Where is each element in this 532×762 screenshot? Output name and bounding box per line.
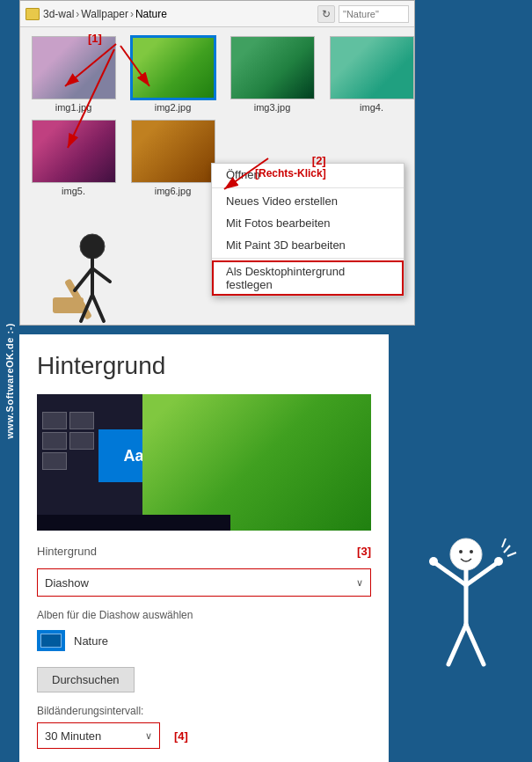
file-item-img4[interactable]: img4. <box>325 36 418 113</box>
settings-preview: Aa <box>37 394 371 531</box>
preview-desktop-icons <box>42 412 94 470</box>
file-label-img1: img1.jpg <box>55 102 92 113</box>
svg-line-23 <box>448 625 466 664</box>
annotation-4: [4] <box>174 729 188 743</box>
album-icon-inner <box>40 634 62 648</box>
file-item-img3[interactable]: img3.jpg <box>226 36 318 113</box>
bg-dropdown-label: Hintergrund <box>37 545 97 558</box>
file-thumbnail-img3 <box>230 36 315 99</box>
file-label-img5: img5. <box>62 186 85 196</box>
background-dropdown-value: Diashow <box>45 576 356 590</box>
file-label-img6: img6.jpg <box>155 186 192 196</box>
background-dropdown[interactable]: Diashow ∨ <box>37 568 371 597</box>
album-section-label: Alben für die Diashow auswählen <box>37 609 371 621</box>
svg-point-22 <box>494 557 503 566</box>
file-thumbnail-img4 <box>330 36 414 99</box>
ctx-set-wallpaper[interactable]: Als Desktophintergrund festlegen <box>212 260 404 296</box>
svg-line-25 <box>504 546 510 553</box>
browse-button[interactable]: Durchsuchen <box>37 667 135 692</box>
svg-point-17 <box>470 550 473 553</box>
breadcrumb-part1[interactable]: 3d-wal <box>43 8 74 20</box>
file-thumbnail-img1 <box>32 36 116 99</box>
dropdown-arrow-icon: ∨ <box>356 577 363 589</box>
ctx-open[interactable]: Öffnen <box>212 164 404 186</box>
breadcrumb-sep1: › <box>76 8 79 20</box>
svg-line-19 <box>435 563 466 585</box>
folder-icon <box>26 8 40 20</box>
preview-wallpaper <box>142 394 371 531</box>
address-bar: 3d-wal › Wallpaper › Nature ↻ <box>20 1 414 27</box>
interval-value: 30 Minuten <box>45 729 145 743</box>
album-section: Alben für die Diashow auswählen Nature <box>37 609 371 655</box>
file-label-img4: img4. <box>360 102 383 113</box>
svg-point-15 <box>452 540 480 568</box>
album-item[interactable]: Nature <box>37 626 371 655</box>
file-label-img2: img2.jpg <box>155 102 192 113</box>
file-item-img6[interactable]: img6.jpg <box>127 120 219 196</box>
search-input[interactable] <box>339 5 409 23</box>
preview-icon-2 <box>69 412 94 429</box>
file-item-img1[interactable]: img1.jpg <box>27 36 120 113</box>
file-thumbnail-img2 <box>131 36 215 99</box>
ctx-separator-1 <box>212 187 404 188</box>
svg-line-27 <box>502 539 506 547</box>
refresh-button[interactable]: ↻ <box>317 5 335 23</box>
breadcrumb: 3d-wal › Wallpaper › Nature <box>43 8 167 20</box>
svg-line-20 <box>466 563 497 585</box>
interval-dropdown-arrow: ∨ <box>145 730 152 742</box>
svg-line-24 <box>466 625 484 664</box>
breadcrumb-sep2: › <box>130 8 134 20</box>
address-bar-right: ↻ <box>317 5 409 23</box>
file-label-img3: img3.jpg <box>254 102 291 113</box>
context-menu: Öffnen Neues Video erstellen Mit Fotos b… <box>211 163 404 297</box>
svg-line-26 <box>507 553 516 556</box>
svg-point-14 <box>450 539 482 570</box>
ctx-edit-photos[interactable]: Mit Fotos bearbeiten <box>212 212 404 234</box>
interval-label: Bildänderungsintervall: <box>37 705 371 717</box>
annotation-3: [3] <box>357 545 371 558</box>
ctx-edit-paint3d[interactable]: Mit Paint 3D bearbeiten <box>212 234 404 256</box>
side-label-text: www.SoftwareOK.de :-) <box>4 323 15 439</box>
file-item-img2[interactable]: img2.jpg <box>127 36 219 113</box>
breadcrumb-part3[interactable]: Nature <box>135 8 167 20</box>
preview-icon-3 <box>42 432 67 450</box>
settings-panel: Hintergrund Aa <box>19 334 389 762</box>
ctx-separator-2 <box>212 258 404 259</box>
interval-dropdown[interactable]: 30 Minuten ∨ <box>37 722 160 749</box>
side-label: www.SoftwareOK.de :-) <box>0 0 19 762</box>
file-thumbnail-img6 <box>131 120 215 183</box>
file-item-img5[interactable]: img5. <box>27 120 120 196</box>
preview-icon-5 <box>42 452 67 470</box>
ctx-new-video[interactable]: Neues Video erstellen <box>212 190 404 212</box>
settings-title: Hintergrund <box>37 352 371 380</box>
preview-icon-1 <box>42 412 67 429</box>
svg-point-16 <box>459 550 463 553</box>
preview-icon-4 <box>69 432 94 450</box>
mascot-celebrate <box>409 519 523 695</box>
breadcrumb-part2[interactable]: Wallpaper <box>81 8 128 20</box>
album-name: Nature <box>74 634 108 648</box>
file-thumbnail-img5 <box>32 120 116 183</box>
preview-taskbar <box>37 515 230 531</box>
album-icon <box>37 630 65 651</box>
svg-point-21 <box>429 557 438 566</box>
